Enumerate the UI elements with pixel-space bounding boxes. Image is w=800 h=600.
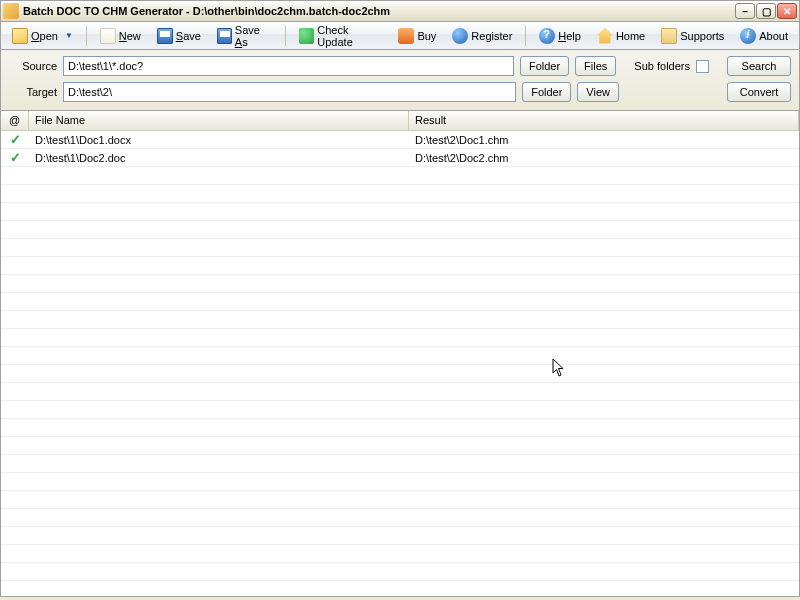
table-row bbox=[1, 311, 799, 329]
maximize-button[interactable]: ▢ bbox=[756, 3, 776, 19]
table-row[interactable]: ✓D:\test\1\Doc2.docD:\test\2\Doc2.chm bbox=[1, 149, 799, 167]
status-icon bbox=[1, 571, 29, 573]
result-cell bbox=[409, 373, 799, 375]
col-result-header[interactable]: Result bbox=[409, 111, 799, 130]
target-view-button[interactable]: View bbox=[577, 82, 619, 102]
status-icon bbox=[1, 517, 29, 519]
about-label: About bbox=[759, 30, 788, 42]
status-icon bbox=[1, 481, 29, 483]
result-cell bbox=[409, 355, 799, 357]
results-grid: @ File Name Result ✓D:\test\1\Doc1.docxD… bbox=[0, 111, 800, 597]
result-cell bbox=[409, 427, 799, 429]
target-input[interactable] bbox=[63, 82, 516, 102]
file-name-cell bbox=[29, 409, 409, 411]
file-name-cell bbox=[29, 391, 409, 393]
grid-header: @ File Name Result bbox=[1, 111, 799, 131]
result-cell: D:\test\2\Doc2.chm bbox=[409, 151, 799, 165]
result-cell bbox=[409, 589, 799, 591]
file-name-cell bbox=[29, 247, 409, 249]
status-icon bbox=[1, 409, 29, 411]
check-update-button[interactable]: Check Update bbox=[292, 21, 389, 51]
register-button[interactable]: Register bbox=[445, 25, 519, 47]
chevron-down-icon: ▼ bbox=[65, 31, 73, 40]
table-row bbox=[1, 167, 799, 185]
result-cell bbox=[409, 409, 799, 411]
target-folder-button[interactable]: Folder bbox=[522, 82, 571, 102]
result-cell bbox=[409, 463, 799, 465]
table-row bbox=[1, 473, 799, 491]
table-row bbox=[1, 527, 799, 545]
save-button[interactable]: Save bbox=[150, 25, 208, 47]
file-name-cell bbox=[29, 499, 409, 501]
status-icon bbox=[1, 229, 29, 231]
col-file-header[interactable]: File Name bbox=[29, 111, 409, 130]
result-cell bbox=[409, 553, 799, 555]
save-icon bbox=[157, 28, 173, 44]
close-button[interactable]: ✕ bbox=[777, 3, 797, 19]
status-icon bbox=[1, 265, 29, 267]
about-button[interactable]: About bbox=[733, 25, 795, 47]
search-button[interactable]: Search bbox=[727, 56, 791, 76]
separator bbox=[285, 26, 286, 46]
result-cell bbox=[409, 535, 799, 537]
register-label: Register bbox=[471, 30, 512, 42]
table-row[interactable]: ✓D:\test\1\Doc1.docxD:\test\2\Doc1.chm bbox=[1, 131, 799, 149]
result-cell bbox=[409, 211, 799, 213]
supports-label: Supports bbox=[680, 30, 724, 42]
result-cell bbox=[409, 247, 799, 249]
subfolders-checkbox[interactable] bbox=[696, 60, 709, 73]
convert-button[interactable]: Convert bbox=[727, 82, 791, 102]
source-files-button[interactable]: Files bbox=[575, 56, 616, 76]
file-name-cell bbox=[29, 427, 409, 429]
status-icon bbox=[1, 355, 29, 357]
status-icon bbox=[1, 193, 29, 195]
file-name-cell bbox=[29, 535, 409, 537]
home-button[interactable]: Home bbox=[590, 25, 652, 47]
file-name-cell bbox=[29, 571, 409, 573]
result-cell bbox=[409, 481, 799, 483]
info-icon bbox=[740, 28, 756, 44]
table-row bbox=[1, 347, 799, 365]
status-icon bbox=[1, 319, 29, 321]
subfolders-label: Sub folders bbox=[634, 60, 690, 72]
app-icon bbox=[3, 3, 19, 19]
new-button[interactable]: New bbox=[93, 25, 148, 47]
buy-label: Buy bbox=[417, 30, 436, 42]
table-row bbox=[1, 293, 799, 311]
file-name-cell bbox=[29, 373, 409, 375]
titlebar: Batch DOC TO CHM Generator - D:\other\bi… bbox=[0, 0, 800, 22]
source-input[interactable] bbox=[63, 56, 514, 76]
target-label: Target bbox=[9, 86, 57, 98]
status-icon: ✓ bbox=[1, 149, 29, 166]
supports-button[interactable]: Supports bbox=[654, 25, 731, 47]
form-panel: Source Folder Files Sub folders Search T… bbox=[0, 50, 800, 111]
table-row bbox=[1, 401, 799, 419]
status-icon bbox=[1, 301, 29, 303]
table-row bbox=[1, 383, 799, 401]
home-icon bbox=[597, 28, 613, 44]
table-row bbox=[1, 221, 799, 239]
result-cell bbox=[409, 319, 799, 321]
file-name-cell bbox=[29, 589, 409, 591]
file-name-cell bbox=[29, 481, 409, 483]
toolbar: Open ▼ New Save Save As Check Update Buy… bbox=[0, 22, 800, 50]
col-status-header[interactable]: @ bbox=[1, 111, 29, 130]
result-cell bbox=[409, 193, 799, 195]
grid-body[interactable]: ✓D:\test\1\Doc1.docxD:\test\2\Doc1.chm✓D… bbox=[1, 131, 799, 596]
folder-open-icon bbox=[12, 28, 28, 44]
status-icon bbox=[1, 445, 29, 447]
status-icon bbox=[1, 391, 29, 393]
table-row bbox=[1, 275, 799, 293]
save-as-button[interactable]: Save As bbox=[210, 21, 280, 51]
help-button[interactable]: Help bbox=[532, 25, 588, 47]
file-name-cell bbox=[29, 553, 409, 555]
file-name-cell bbox=[29, 337, 409, 339]
buy-button[interactable]: Buy bbox=[391, 25, 443, 47]
source-folder-button[interactable]: Folder bbox=[520, 56, 569, 76]
status-icon: ✓ bbox=[1, 131, 29, 148]
file-name-cell bbox=[29, 355, 409, 357]
open-button[interactable]: Open ▼ bbox=[5, 25, 80, 47]
file-name-cell bbox=[29, 229, 409, 231]
minimize-button[interactable]: – bbox=[735, 3, 755, 19]
result-cell bbox=[409, 175, 799, 177]
